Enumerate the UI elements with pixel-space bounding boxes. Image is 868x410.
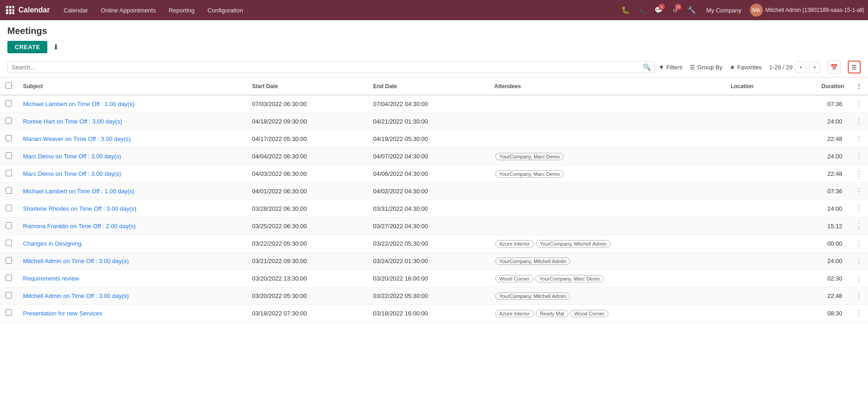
attendee-tag[interactable]: Wood Corner — [570, 310, 608, 317]
row-options-button[interactable]: ⋮ — [850, 148, 868, 165]
filters-button[interactable]: ▼ Filters — [658, 64, 682, 71]
row-checkbox[interactable] — [6, 135, 12, 141]
attendee-tag[interactable]: YourCompany, Marc Demo — [495, 153, 564, 160]
nav-online-appointments[interactable]: Online Appointments — [94, 0, 162, 20]
attendee-tag[interactable]: YourCompany, Marc Demo — [495, 170, 564, 178]
user-area[interactable]: MA Mitchell Admin (13802189-saas-15-1-al… — [750, 4, 864, 17]
more-options-icon[interactable]: ⋮ — [855, 205, 862, 213]
table-row: Presentation for new Services03/18/2022 … — [0, 305, 868, 322]
cell-subject[interactable]: Ronnie Hart on Time Off : 3.00 day(s) — [17, 113, 246, 130]
row-checkbox[interactable] — [6, 100, 12, 107]
col-attendees[interactable]: Attendees — [489, 78, 725, 95]
cell-start-date: 04/17/2022 05:30:00 — [246, 130, 368, 148]
col-subject[interactable]: Subject — [17, 78, 246, 95]
more-options-icon[interactable]: ⋮ — [855, 309, 862, 317]
cell-subject[interactable]: Ramona Franklin on Time Off : 2.00 day(s… — [17, 218, 246, 235]
row-options-button[interactable]: ⋮ — [850, 95, 868, 113]
row-checkbox[interactable] — [6, 152, 12, 159]
row-options-button[interactable]: ⋮ — [850, 165, 868, 183]
cell-subject[interactable]: Marian Weaver on Time Off : 3.00 day(s) — [17, 130, 246, 148]
attendee-tag[interactable]: Azure Interior — [495, 310, 534, 317]
attendee-tag[interactable]: Azure Interior — [495, 240, 534, 247]
clock-icon[interactable]: ↺ 26 — [669, 4, 681, 17]
bug-icon[interactable]: 🐛 — [619, 4, 632, 17]
nav-calendar[interactable]: Calendar — [57, 0, 94, 20]
settings-icon[interactable]: 🔧 — [685, 4, 698, 17]
cell-duration: 07:36 — [788, 95, 850, 113]
row-checkbox[interactable] — [6, 187, 12, 194]
more-options-icon[interactable]: ⋮ — [855, 118, 862, 125]
row-checkbox[interactable] — [6, 309, 12, 316]
more-options-icon[interactable]: ⋮ — [855, 240, 862, 247]
attendee-tag[interactable]: YourCompany, Mitchell Admin — [536, 240, 611, 247]
row-options-button[interactable]: ⋮ — [850, 270, 868, 287]
row-checkbox[interactable] — [6, 240, 12, 246]
row-checkbox[interactable] — [6, 170, 12, 176]
search-bar[interactable]: 🔍 — [7, 61, 655, 73]
more-options-icon[interactable]: ⋮ — [855, 152, 862, 160]
row-checkbox[interactable] — [6, 292, 12, 298]
next-page-button[interactable]: › — [809, 62, 820, 73]
cell-subject[interactable]: Sharlene Rhodes on Time Off : 3.00 day(s… — [17, 200, 246, 218]
favorites-button[interactable]: ★ Favorites — [730, 64, 761, 71]
row-checkbox[interactable] — [6, 205, 12, 211]
more-options-icon[interactable]: ⋮ — [855, 187, 862, 195]
row-options-button[interactable]: ⋮ — [850, 287, 868, 305]
row-options-button[interactable]: ⋮ — [850, 305, 868, 322]
chat-icon[interactable]: 💬 5 — [652, 4, 665, 17]
cell-subject[interactable]: Presentation for new Services — [17, 305, 246, 322]
row-options-button[interactable]: ⋮ — [850, 218, 868, 235]
attendee-tag[interactable]: Wood Corner — [495, 275, 533, 282]
row-options-button[interactable]: ⋮ — [850, 235, 868, 253]
row-checkbox[interactable] — [6, 257, 12, 264]
more-options-icon[interactable]: ⋮ — [855, 275, 862, 282]
cell-location — [725, 218, 788, 235]
cell-subject[interactable]: Mitchell Admin on Time Off : 3.00 day(s) — [17, 253, 246, 270]
list-view-button[interactable]: ☰ — [848, 61, 861, 73]
nav-configuration[interactable]: Configuration — [201, 0, 250, 20]
more-options-icon[interactable]: ⋮ — [855, 257, 862, 265]
cell-subject[interactable]: Changes in Designing — [17, 235, 246, 253]
col-end-date[interactable]: End Date — [368, 78, 489, 95]
select-all-header[interactable] — [0, 78, 17, 95]
phone-icon[interactable]: 📞 — [635, 4, 648, 17]
prev-page-button[interactable]: ‹ — [795, 62, 806, 73]
cell-subject[interactable]: Marc Demo on Time Off : 3.00 day(s) — [17, 165, 246, 183]
table-row: Michael Lambert on Time Off : 1.00 day(s… — [0, 183, 868, 200]
row-options-button[interactable]: ⋮ — [850, 183, 868, 200]
more-options-icon[interactable]: ⋮ — [855, 292, 862, 300]
row-checkbox[interactable] — [6, 222, 12, 229]
cell-subject[interactable]: Requirements review — [17, 270, 246, 287]
row-options-button[interactable]: ⋮ — [850, 253, 868, 270]
create-button[interactable]: CREATE — [7, 41, 47, 53]
cell-subject[interactable]: Michael Lambert on Time Off : 1.00 day(s… — [17, 183, 246, 200]
col-start-date[interactable]: Start Date — [246, 78, 368, 95]
row-checkbox[interactable] — [6, 118, 12, 124]
cell-subject[interactable]: Michael Lambert on Time Off : 1.00 day(s… — [17, 95, 246, 113]
more-options-icon[interactable]: ⋮ — [855, 135, 862, 143]
attendee-tag[interactable]: Ready Mat — [536, 310, 568, 317]
more-options-icon[interactable]: ⋮ — [855, 170, 862, 178]
row-options-button[interactable]: ⋮ — [850, 200, 868, 218]
col-location[interactable]: Location — [725, 78, 788, 95]
nav-reporting[interactable]: Reporting — [162, 0, 201, 20]
select-all-checkbox[interactable] — [6, 82, 12, 89]
svg-rect-7 — [9, 12, 11, 14]
row-checkbox[interactable] — [6, 275, 12, 281]
row-options-button[interactable]: ⋮ — [850, 130, 868, 148]
clock-badge: 26 — [675, 4, 681, 10]
cell-subject[interactable]: Mitchell Admin on Time Off : 3.00 day(s) — [17, 287, 246, 305]
grid-menu-icon[interactable] — [4, 4, 17, 17]
more-options-icon[interactable]: ⋮ — [855, 222, 862, 230]
col-duration[interactable]: Duration — [788, 78, 850, 95]
attendee-tag[interactable]: YourCompany, Mitchell Admin — [495, 292, 571, 300]
row-options-button[interactable]: ⋮ — [850, 113, 868, 130]
attendee-tag[interactable]: YourCompany, Marc Demo — [535, 275, 604, 282]
attendee-tag[interactable]: YourCompany, Mitchell Admin — [495, 258, 571, 265]
group-by-button[interactable]: ☰ Group By — [690, 64, 722, 71]
calendar-view-button[interactable]: 📅 — [828, 61, 840, 73]
download-button[interactable]: ⬇ — [51, 41, 61, 53]
search-input[interactable] — [11, 64, 643, 71]
cell-subject[interactable]: Marc Demo on Time Off : 3.00 day(s) — [17, 148, 246, 165]
more-options-icon[interactable]: ⋮ — [855, 100, 862, 108]
